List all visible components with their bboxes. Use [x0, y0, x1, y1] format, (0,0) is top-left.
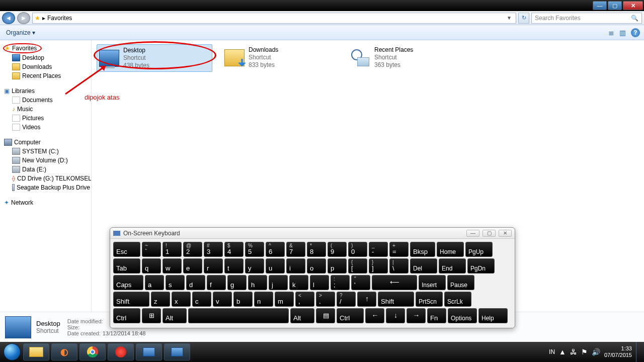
osk-key[interactable]: ▤: [316, 308, 335, 323]
osk-key[interactable]: *8: [307, 242, 326, 257]
language-indicator[interactable]: IN: [549, 348, 555, 355]
osk-key[interactable]: +=: [389, 242, 409, 257]
minimize-button[interactable]: —: [593, 1, 607, 10]
osk-key[interactable]: k: [289, 275, 308, 290]
osk-key[interactable]: v: [213, 292, 232, 307]
sidebar-item-cd-drive-g[interactable]: ⟠CD Drive (G:) TELKOMSEL: [3, 174, 91, 183]
tray-volume-icon[interactable]: 🔊: [592, 348, 600, 356]
osk-key[interactable]: !1: [163, 242, 182, 257]
osk-key[interactable]: ⊞: [142, 308, 161, 323]
osk-key[interactable]: →: [407, 308, 426, 323]
osk-key[interactable]: u: [266, 258, 285, 274]
sidebar-favorites-header[interactable]: ★ Favorites: [3, 43, 42, 53]
osk-key[interactable]: PrtScn: [416, 292, 443, 307]
osk-key[interactable]: Home: [437, 242, 464, 257]
osk-key[interactable]: j: [269, 275, 288, 290]
osk-key[interactable]: %5: [245, 242, 264, 257]
osk-minimize-button[interactable]: —: [466, 230, 479, 237]
address-history-dropdown[interactable]: ▼: [505, 15, 514, 21]
osk-key[interactable]: p: [328, 258, 347, 274]
osk-key[interactable]: [188, 308, 289, 323]
osk-key[interactable]: Help: [478, 308, 508, 323]
sidebar-computer-header[interactable]: Computer: [3, 138, 91, 147]
osk-key[interactable]: Del: [410, 258, 437, 274]
osk-key[interactable]: Insert: [419, 275, 446, 290]
osk-key[interactable]: e: [183, 258, 202, 274]
osk-key[interactable]: r: [204, 258, 223, 274]
osk-key[interactable]: l: [310, 275, 329, 290]
osk-key[interactable]: :;: [331, 275, 350, 290]
osk-key[interactable]: Ctrl: [337, 308, 364, 323]
back-button[interactable]: ◄: [2, 12, 15, 24]
osk-key[interactable]: >.: [316, 292, 335, 307]
help-button[interactable]: ?: [631, 28, 640, 37]
osk-key[interactable]: o: [307, 258, 326, 274]
osk-key[interactable]: Fn: [427, 308, 446, 323]
show-desktop-button[interactable]: [636, 342, 641, 362]
sidebar-item-pictures[interactable]: Pictures: [3, 114, 91, 123]
sidebar-item-videos[interactable]: Videos: [3, 123, 91, 132]
osk-key[interactable]: ↓: [386, 308, 405, 323]
osk-key[interactable]: d: [186, 275, 205, 290]
osk-key[interactable]: $4: [224, 242, 244, 257]
osk-key[interactable]: Options: [448, 308, 477, 323]
osk-key[interactable]: i: [286, 258, 305, 274]
sidebar-item-downloads[interactable]: Downloads: [3, 62, 91, 71]
close-button[interactable]: ✕: [623, 1, 643, 10]
osk-key[interactable]: x: [172, 292, 191, 307]
osk-key[interactable]: )0: [348, 242, 367, 257]
osk-key[interactable]: End: [439, 258, 466, 274]
osk-maximize-button[interactable]: ▢: [482, 230, 496, 237]
osk-key[interactable]: }]: [369, 258, 388, 274]
osk-key[interactable]: <,: [295, 292, 314, 307]
taskbar-firefox[interactable]: ◐: [51, 343, 77, 360]
osk-key[interactable]: f: [207, 275, 226, 290]
osk-key[interactable]: &7: [286, 242, 305, 257]
osk-key[interactable]: @2: [183, 242, 202, 257]
sidebar-network-header[interactable]: ✦Network: [3, 198, 91, 207]
osk-key[interactable]: Caps: [113, 275, 143, 290]
taskbar-app-2[interactable]: [164, 343, 190, 360]
osk-key[interactable]: m: [275, 292, 294, 307]
osk-key[interactable]: y: [245, 258, 264, 274]
osk-titlebar[interactable]: On-Screen Keyboard — ▢ ✕: [110, 228, 515, 239]
osk-key[interactable]: Ctrl: [113, 308, 140, 323]
start-button[interactable]: [2, 342, 22, 362]
maximize-button[interactable]: ▢: [608, 1, 622, 10]
refresh-button[interactable]: ↻: [518, 13, 529, 24]
osk-key[interactable]: Alt: [163, 308, 187, 323]
forward-button[interactable]: ►: [17, 12, 30, 24]
osk-key[interactable]: g: [227, 275, 247, 290]
osk-key[interactable]: c: [192, 292, 211, 307]
osk-key[interactable]: Shift: [113, 292, 149, 307]
sidebar-item-system-c[interactable]: SYSTEM (C:): [3, 147, 91, 156]
osk-key[interactable]: ⟵: [372, 275, 417, 290]
sidebar-item-data-e[interactable]: Data (E:): [3, 165, 91, 174]
osk-key[interactable]: (9: [328, 242, 347, 257]
osk-key[interactable]: t: [224, 258, 244, 274]
osk-key[interactable]: ScrLk: [444, 292, 471, 307]
sidebar-item-new-volume-d[interactable]: New Volume (D:): [3, 156, 91, 165]
osk-key[interactable]: h: [248, 275, 267, 290]
file-item-desktop[interactable]: Desktop Shortcut 438 bytes: [97, 44, 212, 72]
osk-key[interactable]: Alt: [290, 308, 314, 323]
osk-key[interactable]: ~`: [142, 242, 161, 257]
view-options-button[interactable]: ≣: [608, 29, 614, 37]
taskbar-chrome[interactable]: [79, 343, 106, 360]
sidebar-item-music[interactable]: ♪Music: [3, 105, 91, 114]
search-input[interactable]: Search Favorites 🔍: [531, 13, 642, 24]
osk-key[interactable]: #3: [204, 242, 223, 257]
osk-key[interactable]: s: [166, 275, 185, 290]
sidebar-item-documents[interactable]: Documents: [3, 96, 91, 105]
file-item-downloads[interactable]: Downloads Shortcut 833 bytes: [222, 44, 338, 71]
osk-key[interactable]: ←: [365, 308, 384, 323]
osk-key[interactable]: z: [151, 292, 170, 307]
osk-key[interactable]: w: [163, 258, 182, 274]
osk-key[interactable]: Tab: [113, 258, 140, 274]
on-screen-keyboard-window[interactable]: On-Screen Keyboard — ▢ ✕ Esc~`!1@2#3$4%5…: [110, 227, 515, 328]
osk-key[interactable]: Bksp: [410, 242, 435, 257]
sidebar-libraries-header[interactable]: ▣Libraries: [3, 86, 91, 96]
osk-close-button[interactable]: ✕: [499, 230, 512, 237]
osk-key[interactable]: b: [233, 292, 253, 307]
sidebar-item-desktop[interactable]: Desktop: [3, 53, 91, 62]
